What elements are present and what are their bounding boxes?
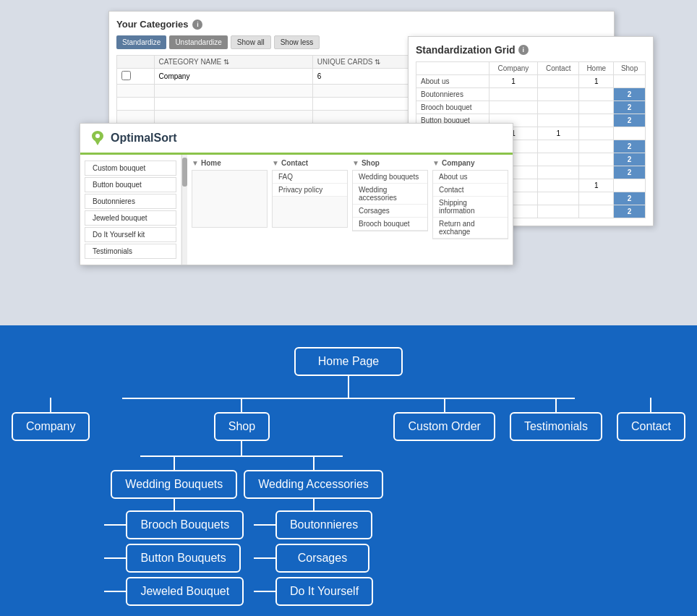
sidebar-item-button-bouquet[interactable]: Button bouquet [85,177,176,192]
top-section: Your Categories i Standardize Unstandard… [0,0,697,325]
os-main-area: ▼ Home ▼ Contact FAQ P [187,155,513,265]
tree-node-diy[interactable]: Do It Yourself [275,577,373,606]
list-item: Corsages [353,205,427,218]
chevron-down-icon: ▼ [352,159,359,167]
tree-node-wedding-bouquets[interactable]: Wedding Bouquets [111,470,237,499]
connector-v-shop [241,398,242,412]
table-row: Brooch bouquet 2 [416,101,646,114]
standardize-button[interactable]: Standardize [116,35,166,49]
svg-point-0 [95,134,100,138]
tree-node-brooch-bouquets[interactable]: Brooch Bouquets [126,510,244,539]
list-item: FAQ [273,171,347,184]
list-item: About us [433,171,508,184]
col-home: Home [579,62,614,75]
wb-subitems: Brooch Bouquets Button Bouquets Jeweled … [104,510,244,606]
wb-sub-row1: Brooch Bouquets [104,510,244,539]
std-grid-title: Standardization Grid i [416,44,646,56]
connector-v-company [50,398,51,412]
os-sidebar-wrapper: Custom bouquet Button bouquet Boutonnier… [80,155,187,265]
os-column-contact-items: FAQ Privacy policy [272,170,348,228]
os-logo: OptimalSort [89,129,177,147]
os-scroll-thumb[interactable] [182,158,187,187]
tree-node-contact[interactable]: Contact [617,412,685,441]
connector-v-wa2 [313,499,315,510]
os-column-company: ▼ Company About us Contact Shipping info… [432,159,508,260]
connector-v-wb2 [174,499,175,510]
tree-node-custom-order[interactable]: Custom Order [393,412,495,441]
connector-v-test [555,398,557,412]
sidebar-item-custom-bouquet[interactable]: Custom bouquet [85,161,176,176]
os-column-home-items [192,170,268,228]
tree-node-shop[interactable]: Shop [214,412,270,441]
list-item: Brooch bouquet [353,218,427,231]
wa-subitems: Boutonnieres Corsages Do It Yourself [254,510,373,606]
os-scrollbar[interactable] [181,155,187,265]
os-column-shop: ▼ Shop Wedding bouquets Wedding accessor… [352,159,428,260]
wb-sub-row3: Jeweled Bouquet [104,577,244,606]
os-header: OptimalSort [80,124,513,155]
branch-testimonials: Testimonials [510,398,602,441]
os-sidebar: Custom bouquet Button bouquet Boutonnier… [80,155,181,265]
os-column-contact-header: ▼ Contact [272,159,348,167]
list-item: Contact [433,184,508,197]
wa-sub-row3: Do It Yourself [254,577,373,606]
col-category-name: CATEGORY NAME ⇅ [154,56,312,69]
tree-node-corsages[interactable]: Corsages [275,544,369,573]
col-shop: Shop [614,62,646,75]
unstandardize-button[interactable]: Unstandardize [169,35,227,49]
show-all-button[interactable]: Show all [231,35,271,49]
tree-node-jeweled-bouquet[interactable]: Jeweled Bouquet [126,577,244,606]
tree-diagram: Home Page Company Shop [14,347,683,606]
list-item: Wedding bouquets [353,171,427,184]
categories-info-icon: i [192,20,202,30]
chevron-down-icon: ▼ [432,159,440,167]
os-column-home-header: ▼ Home [192,159,268,167]
tree-node-wedding-accessories[interactable]: Wedding Accessories [244,470,383,499]
std-grid-info-icon: i [518,45,529,55]
os-column-contact: ▼ Contact FAQ Privacy policy [272,159,348,260]
tree-node-testimonials[interactable]: Testimonials [510,412,602,441]
list-item: Privacy policy [273,184,347,197]
tree-node-company[interactable]: Company [12,412,90,441]
h-connector-level1 [122,398,575,399]
os-column-company-items: About us Contact Shipping information Re… [432,170,508,239]
col-checkbox [117,56,155,69]
branch-contact: Contact [617,398,685,441]
os-logo-icon [89,129,106,147]
shop-children-row: Wedding Bouquets Brooch Bouquets [104,455,379,606]
bottom-section: Home Page Company Shop [0,325,697,616]
os-logo-text: OptimalSort [111,132,177,145]
connector-v-wb [174,455,175,470]
row-checkbox[interactable] [121,71,131,80]
tree-node-home-page[interactable]: Home Page [294,347,403,376]
wa-sub-row1: Boutonnieres [254,510,372,539]
sidebar-item-jeweled-bouquet[interactable]: Jeweled bouquet [85,210,176,226]
h-stub-bub [104,557,126,559]
tree-node-button-bouquets[interactable]: Button Bouquets [126,544,240,573]
sidebar-item-testimonials[interactable]: Testimonials [85,244,176,259]
wb-sub-row2: Button Bouquets [104,544,240,573]
h-stub-diy [254,591,275,592]
wa-sub-row2: Corsages [254,544,369,573]
sidebar-item-diy[interactable]: Do It Yourself kit [85,227,176,242]
list-item: Shipping information [433,197,508,218]
categories-title: Your Categories [116,19,188,30]
col-company: Company [489,62,537,75]
show-less-button[interactable]: Show less [274,35,320,49]
h-stub-cors [254,557,275,559]
h-stub-bb [104,524,126,526]
level1-nodes: Company Shop Wedd [12,398,685,606]
branch-custom-order: Custom Order [393,398,495,441]
connector-v-wa [313,455,315,470]
chevron-down-icon: ▼ [192,159,199,167]
tree-node-boutonnieres[interactable]: Boutonnieres [275,510,372,539]
os-column-home: ▼ Home [192,159,268,260]
connector-v-root [348,376,349,398]
sidebar-item-boutonnieres[interactable]: Boutonnieres [85,194,176,209]
list-item: Wedding accessories [353,184,427,205]
connector-v-contact [650,398,651,412]
list-item: Return and exchange [433,218,508,239]
h-connector-shop [140,455,343,457]
os-column-shop-items: Wedding bouquets Wedding accessories Cor… [352,170,428,231]
col-contact: Contact [538,62,579,75]
